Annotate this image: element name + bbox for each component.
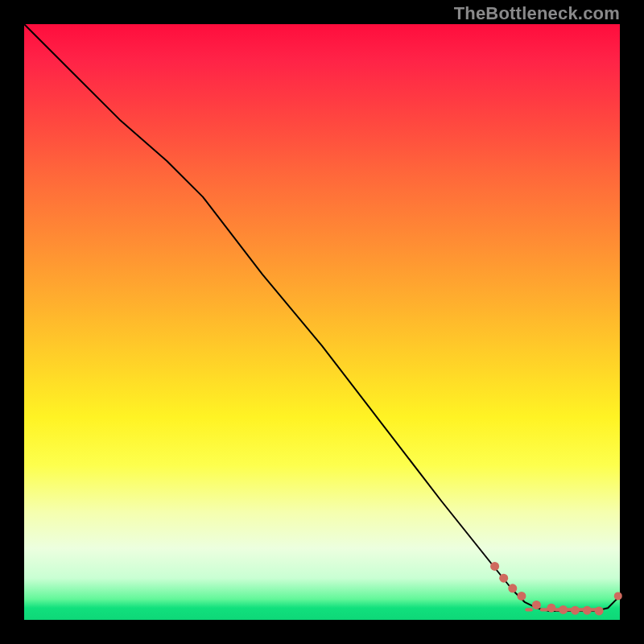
chart-frame: TheBottleneck.com xyxy=(0,0,644,644)
data-point xyxy=(490,562,499,571)
data-markers xyxy=(490,562,622,616)
data-point xyxy=(614,592,622,600)
data-point xyxy=(499,574,508,583)
data-point xyxy=(547,604,555,613)
data-point xyxy=(583,606,592,615)
data-point xyxy=(517,592,526,601)
trough-dash xyxy=(525,608,533,611)
watermark-text: TheBottleneck.com xyxy=(454,3,620,24)
data-point xyxy=(559,605,568,614)
data-point xyxy=(508,584,517,592)
curve-line xyxy=(24,24,620,611)
data-point xyxy=(595,606,604,615)
chart-overlay xyxy=(24,24,620,620)
data-point xyxy=(532,601,541,609)
data-point xyxy=(571,606,580,615)
